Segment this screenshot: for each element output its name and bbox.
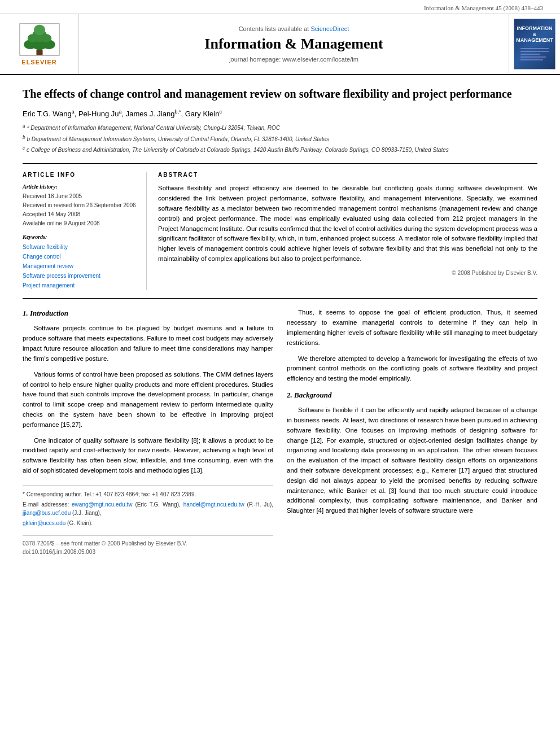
keywords-label: Keywords:	[23, 234, 137, 240]
section2-heading: 2. Background	[287, 390, 537, 401]
email2[interactable]: handel@mgt.ncu.edu.tw	[183, 501, 244, 508]
bottom-bar: 0378-7206/$ – see front matter © 2008 Pu…	[23, 535, 273, 557]
body-right-col: Thus, it seems to oppose the goal of eff…	[287, 308, 537, 557]
revised-date: Received in revised form 26 September 20…	[23, 201, 137, 210]
svg-point-7	[33, 25, 45, 35]
affiliation-a: a ᵃ Department of Information Management…	[23, 123, 537, 132]
page-wrapper: Information & Management 45 (2008) 438–4…	[0, 0, 560, 568]
section1-para2: Various forms of control have been propo…	[23, 370, 273, 430]
affiliations: a ᵃ Department of Information Management…	[23, 123, 537, 154]
body-section: 1. Introduction Software projects contin…	[23, 308, 537, 557]
journal-title: Information & Management	[204, 36, 383, 53]
body-two-col: 1. Introduction Software projects contin…	[23, 308, 537, 557]
contents-label: Contents lists available at	[239, 25, 309, 32]
section1-para1: Software projects continue to be plagued…	[23, 324, 273, 364]
article-info-column: ARTICLE INFO Article history: Received 1…	[23, 172, 147, 290]
keyword-2[interactable]: Change control	[23, 252, 137, 261]
author3-sup: b,*	[174, 109, 181, 115]
svg-point-6	[41, 34, 51, 42]
affiliation-c: c c College of Business and Administrati…	[23, 145, 537, 154]
keyword-3[interactable]: Management review	[23, 261, 137, 271]
abstract-column: ABSTRACT Software flexibility and projec…	[158, 172, 537, 290]
abstract-text: Software flexibility and project efficie…	[158, 184, 537, 264]
footnotes: * Corresponding author. Tel.: +1 407 823…	[23, 485, 273, 527]
author2: Pei-Hung Ju	[78, 110, 119, 118]
affiliation-b: b b Department of Management Information…	[23, 134, 537, 143]
history-label: Article history:	[23, 184, 137, 190]
author3: James J. Jiang	[126, 110, 175, 118]
keyword-1[interactable]: Software flexibility	[23, 242, 137, 252]
author4: Gary Klein	[185, 110, 220, 118]
emails-label: E-mail addresses:	[23, 501, 69, 508]
elsevier-logo: ELSEVIER	[17, 23, 62, 65]
email4-name: (G. Klein).	[67, 520, 93, 526]
contents-line: Contents lists available at ScienceDirec…	[239, 25, 349, 32]
footnote-corresponding: * Corresponding author. Tel.: +1 407 823…	[23, 490, 273, 499]
journal-header: ELSEVIER Contents lists available at Sci…	[0, 14, 560, 75]
background-text: Software is flexible if it can be effici…	[287, 405, 537, 516]
email4[interactable]: gklein@uccs.edu	[23, 520, 65, 526]
section2-para1: Thus, it seems to oppose the goal of eff…	[287, 308, 537, 348]
issn-line: 0378-7206/$ – see front matter © 2008 Pu…	[23, 539, 273, 548]
cover-abbr-line3: MANAGEMENT	[516, 37, 553, 43]
elsevier-tree-icon	[17, 23, 62, 56]
journal-cover-image: INFORMATION & MANAGEMENT	[514, 19, 555, 69]
copyright-line: © 2008 Published by Elsevier B.V.	[158, 270, 537, 276]
article-content: The effects of change control and manage…	[0, 75, 560, 568]
article-title: The effects of change control and manage…	[23, 86, 537, 101]
email1-name: (Eric T.G. Wang),	[135, 501, 180, 508]
journal-ref: Information & Management 45 (2008) 438–4…	[424, 5, 543, 11]
author4-sup: c	[219, 109, 222, 115]
journal-homepage: journal homepage: www.elsevier.com/locat…	[229, 56, 358, 63]
journal-cover-area: INFORMATION & MANAGEMENT	[509, 14, 560, 74]
author1: Eric T.G. Wang	[23, 110, 72, 118]
section1-heading: 1. Introduction	[23, 308, 273, 319]
doi-line: doi:10.1016/j.im.2008.05.003	[23, 548, 273, 557]
keyword-5[interactable]: Project management	[23, 281, 137, 290]
cover-abbr-line2: &	[533, 32, 537, 38]
sciencedirect-link[interactable]: ScienceDirect	[310, 25, 349, 32]
body-left-col: 1. Introduction Software projects contin…	[23, 308, 273, 557]
svg-point-5	[27, 34, 37, 42]
accepted-date: Accepted 14 May 2008	[23, 210, 137, 219]
received-date: Received 18 June 2005	[23, 192, 137, 201]
section1-para3: One indicator of quality software is sof…	[23, 436, 273, 476]
authors-line: Eric T.G. Wanga, Pei-Hung Jua, James J. …	[23, 109, 537, 118]
article-info-abstract: ARTICLE INFO Article history: Received 1…	[23, 163, 537, 299]
journal-title-area: Contents lists available at ScienceDirec…	[79, 14, 509, 74]
elsevier-logo-area: ELSEVIER	[0, 14, 79, 74]
author1-sup: a	[72, 109, 75, 115]
elsevier-name: ELSEVIER	[21, 59, 56, 65]
email2-name: (P.-H. Ju),	[247, 501, 273, 508]
email3-name: (J.J. Jiang),	[72, 510, 102, 516]
keyword-4[interactable]: Software process improvement	[23, 271, 137, 281]
email1[interactable]: ewang@mgt.ncu.edu.tw	[72, 501, 132, 508]
available-date: Available online 9 August 2008	[23, 219, 137, 228]
abstract-heading: ABSTRACT	[158, 172, 537, 178]
journal-metadata-bar: Information & Management 45 (2008) 438–4…	[0, 0, 560, 14]
section2-para2: We therefore attempted to develop a fram…	[287, 354, 537, 384]
footnote-emails2: gklein@uccs.edu (G. Klein).	[23, 519, 273, 527]
svg-rect-8	[36, 50, 42, 55]
article-info-heading: ARTICLE INFO	[23, 172, 137, 178]
footnote-emails: E-mail addresses: ewang@mgt.ncu.edu.tw (…	[23, 500, 273, 517]
cover-decoration-icon	[518, 46, 552, 63]
cover-abbr-line1: INFORMATION	[517, 25, 553, 32]
email3[interactable]: jjiang@bus.ucf.edu	[23, 510, 71, 516]
author2-sup: a	[119, 109, 122, 115]
